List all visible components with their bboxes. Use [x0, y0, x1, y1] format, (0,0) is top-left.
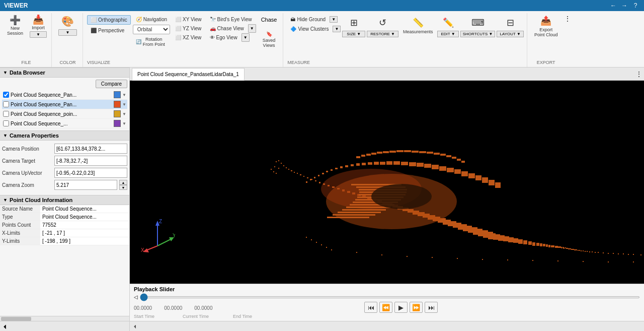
svg-rect-7: [291, 170, 292, 171]
shortcuts-button[interactable]: ⌨: [468, 15, 488, 30]
viewport-tab[interactable]: Point Cloud Sequence_PandasetLidarData_1: [132, 68, 245, 81]
play-button[interactable]: ▶: [394, 302, 408, 313]
ego-view-dropdown[interactable]: ▼: [242, 33, 250, 42]
ortho-icon: ⬜: [91, 17, 97, 23]
item-2-checkbox[interactable]: [3, 101, 9, 107]
playback-slider-input[interactable]: [140, 296, 640, 298]
data-item[interactable]: Point Cloud Sequence_... ▼: [2, 119, 127, 128]
skip-start-button[interactable]: ⏮: [364, 302, 377, 313]
data-item[interactable]: Point Cloud Sequence_Pan... ▼: [2, 100, 127, 109]
svg-rect-2: [278, 160, 279, 161]
layout-dropdown[interactable]: LAYOUT ▼: [497, 31, 523, 37]
export-point-cloud-button[interactable]: 📤 Export Point Cloud: [531, 13, 561, 39]
svg-text:X: X: [141, 247, 144, 253]
size-dropdown[interactable]: SIZE ▼: [342, 31, 365, 37]
svg-rect-163: [346, 207, 390, 208]
svg-rect-132: [321, 244, 322, 245]
measurements-button[interactable]: 📏 Measurements: [400, 15, 436, 36]
help-btn[interactable]: ?: [631, 1, 640, 10]
zoom-down-btn[interactable]: ▼: [119, 185, 127, 190]
panel-scrollbar[interactable]: [0, 316, 129, 321]
panel-left-nav[interactable]: ⏴: [2, 323, 8, 330]
expand-toolbar-button[interactable]: ⋮: [565, 15, 571, 22]
import-dropdown[interactable]: ▼: [30, 31, 47, 38]
saved-views-button[interactable]: 🔖 Saved Views: [259, 29, 279, 50]
step-back-button[interactable]: ⏪: [379, 302, 392, 313]
svg-rect-108: [368, 162, 372, 165]
item-1-checkbox[interactable]: [3, 92, 9, 98]
birds-eye-view-button[interactable]: 🔭 Bird's Eye View: [207, 15, 256, 24]
item-3-dropdown[interactable]: ▼: [122, 112, 126, 116]
skip-end-button[interactable]: ⏭: [425, 302, 438, 313]
svg-rect-140: [482, 259, 483, 260]
tab-more-button[interactable]: ⋮: [636, 71, 642, 78]
svg-rect-198: [419, 151, 426, 153]
camera-zoom-input[interactable]: [54, 180, 117, 190]
svg-rect-53: [508, 237, 514, 242]
toolbar-section-color: 🎨 ▼ COLOR: [53, 13, 83, 67]
chase-view-button[interactable]: 🚗 Chase View: [207, 24, 247, 33]
rotation-from-point-button[interactable]: 🔄 Rotation From Point: [133, 35, 170, 48]
type-label: Type: [0, 213, 40, 221]
zoom-up-btn[interactable]: ▲: [119, 180, 127, 185]
camera-upvector-input[interactable]: [54, 168, 127, 178]
item-1-dropdown[interactable]: ▼: [122, 93, 126, 97]
item-2-dropdown[interactable]: ▼: [122, 102, 126, 107]
svg-rect-150: [273, 171, 274, 172]
viewport[interactable]: Z Y X: [130, 81, 644, 284]
chase-icon: 🚗: [210, 26, 216, 31]
size-button[interactable]: ⊞: [344, 15, 364, 30]
hide-ground-dropdown[interactable]: ▼: [330, 16, 338, 23]
xy-view-button[interactable]: ⬜ XY View: [172, 15, 204, 24]
navigation-button[interactable]: 🧭 Navigation: [133, 15, 170, 24]
item-3-checkbox[interactable]: [3, 111, 9, 117]
svg-rect-144: [583, 261, 584, 262]
edit-dropdown[interactable]: EDIT ▼: [437, 31, 458, 37]
data-item[interactable]: Point Cloud Sequence_Pan... ▼: [2, 90, 127, 100]
color-dropdown[interactable]: ▼: [58, 29, 77, 36]
camera-position-input[interactable]: [54, 144, 127, 154]
view-clusters-dropdown[interactable]: ▼: [333, 26, 341, 32]
camera-position-row: Camera Position: [2, 144, 127, 154]
xz-view-button[interactable]: ⬜ XZ View: [172, 33, 204, 42]
layout-button[interactable]: ⊟: [500, 15, 520, 30]
points-value: 77552: [40, 221, 129, 229]
compare-button[interactable]: Compare: [96, 80, 127, 88]
item-4-dropdown[interactable]: ▼: [122, 121, 126, 126]
restore-button[interactable]: ↺: [373, 15, 393, 30]
data-browser-header[interactable]: ▼ Data Browser: [0, 68, 129, 78]
svg-rect-99: [322, 173, 324, 174]
color-button[interactable]: 🎨: [56, 13, 79, 29]
camera-target-input[interactable]: [54, 156, 127, 166]
toolbar-section-visualize: ⬜ Orthographic ⬛ Perspective 🧭 Navigatio…: [84, 13, 283, 67]
point-cloud-info-header[interactable]: ▼ Point Cloud Information: [0, 195, 129, 205]
view-clusters-button[interactable]: 🔷 View Clusters: [287, 25, 332, 33]
data-item[interactable]: Point Cloud Sequence_poin... ▼: [2, 109, 127, 119]
edit-button[interactable]: ✏️: [438, 15, 458, 30]
import-button[interactable]: 📥 Import: [28, 13, 48, 32]
svg-rect-164: [342, 209, 386, 211]
scrollbar-thumb[interactable]: [1, 317, 31, 321]
title-bar: VIEWER ← → ?: [0, 0, 644, 11]
perspective-button[interactable]: ⬛ Perspective: [87, 26, 131, 35]
forward-btn[interactable]: →: [620, 1, 629, 10]
back-btn[interactable]: ←: [609, 1, 618, 10]
new-session-button[interactable]: ➕ New Session: [4, 14, 26, 38]
yz-view-button[interactable]: ⬜ YZ View: [172, 24, 204, 33]
restore-dropdown[interactable]: RESTORE ▼: [367, 31, 398, 37]
bottom-icon: ⏴: [133, 323, 138, 329]
camera-properties-header[interactable]: ▼ Camera Properties: [0, 130, 129, 141]
orthographic-label: Orthographic: [98, 17, 127, 23]
step-forward-button[interactable]: ⏩: [410, 302, 423, 313]
ego-view-button[interactable]: 👁 Ego View: [207, 33, 240, 42]
orthographic-button[interactable]: ⬜ Orthographic: [87, 15, 131, 25]
navigation-dropdown[interactable]: Orbital: [133, 25, 170, 34]
hide-ground-button[interactable]: 🏔 Hide Ground: [287, 15, 329, 24]
shortcuts-dropdown[interactable]: SHORTCUTS ▼: [460, 31, 496, 37]
chase-view-dropdown[interactable]: ▼: [248, 24, 256, 33]
svg-rect-168: [603, 252, 604, 253]
svg-rect-63: [548, 245, 550, 247]
toolbar-section-export: 📤 Export Point Cloud EXPORT: [528, 13, 564, 67]
item-4-checkbox[interactable]: [3, 120, 9, 126]
svg-rect-203: [452, 157, 456, 159]
